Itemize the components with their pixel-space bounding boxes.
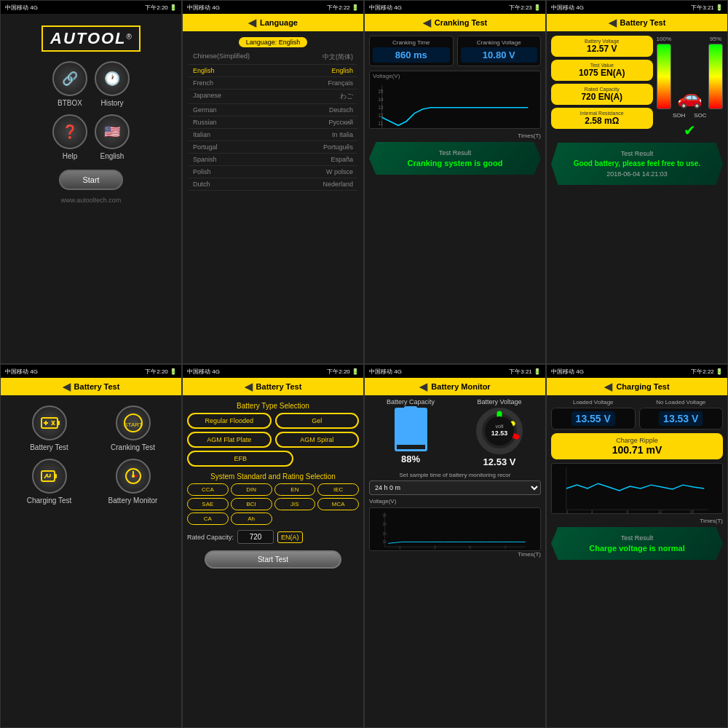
btn-agm-spiral[interactable]: AGM Spiral bbox=[275, 432, 360, 448]
lang-polish[interactable]: PolishW polsce bbox=[189, 166, 357, 178]
charge-result-title: Test Result bbox=[557, 534, 717, 542]
back-arrow-icon[interactable]: ◀ bbox=[609, 17, 617, 28]
battery-type-title: Battery Test bbox=[256, 382, 302, 391]
std-ah[interactable]: Ah bbox=[231, 513, 272, 525]
test-value-box: Test Value 1075 EN(A) bbox=[551, 60, 653, 81]
back-arrow-icon[interactable]: ◀ bbox=[419, 381, 427, 392]
svg-text:15: 15 bbox=[378, 89, 384, 94]
cranking-test-icon: START bbox=[116, 405, 151, 440]
lang-french[interactable]: FrenchFrançais bbox=[189, 77, 357, 90]
main-menu-body: AUTOOL® 🔗 BTBOX 🕐 History ❓ Help 🇺🇸 bbox=[1, 14, 181, 363]
result-text: Cranking system is good bbox=[375, 159, 535, 167]
battery-result-header: ◀ Battery Test bbox=[547, 14, 727, 31]
soc-bar-wrap: 95% bbox=[708, 36, 723, 109]
sample-time-select[interactable]: 24 h 0 m bbox=[369, 480, 541, 495]
start-button[interactable]: Start bbox=[59, 170, 122, 190]
back-arrow-icon[interactable]: ◀ bbox=[248, 17, 256, 28]
svg-text:1: 1 bbox=[399, 546, 401, 550]
chart-x-label: Times(T) bbox=[369, 132, 541, 139]
soh-pct: 100% bbox=[657, 36, 671, 42]
chart-y-label: Voltage(V) bbox=[370, 71, 540, 81]
history-label: History bbox=[100, 99, 123, 107]
lang-english[interactable]: EnglishEnglish bbox=[189, 65, 357, 77]
ir-label: Internal Resistance bbox=[555, 111, 649, 116]
tv-value: 1075 EN(A) bbox=[555, 68, 649, 78]
logo-border: AUTOOL® bbox=[41, 25, 141, 52]
internal-resistance-box: Internal Resistance 2.58 mΩ bbox=[551, 108, 653, 129]
svg-text:5: 5 bbox=[469, 546, 471, 550]
rated-capacity-row: Rated Capacity: EN(A) bbox=[187, 527, 359, 547]
cranking-time-value: 860 ms bbox=[373, 47, 450, 63]
charging-chart: 0 3 9 12 15 bbox=[551, 463, 723, 514]
back-arrow-icon[interactable]: ◀ bbox=[63, 381, 71, 392]
battery-result-hex: Test Result Good battery, please feel fr… bbox=[551, 143, 723, 185]
ir-value: 2.58 mΩ bbox=[555, 116, 649, 126]
loaded-label: Loaded Voltage bbox=[551, 399, 636, 405]
checkmark-icon: ✔ bbox=[684, 122, 696, 139]
std-mca[interactable]: MCA bbox=[317, 498, 359, 510]
menu-history[interactable]: 🕐 History bbox=[95, 61, 130, 107]
lang-russian[interactable]: RussianРусский bbox=[189, 116, 357, 129]
lang-italian[interactable]: ItalianIn Italia bbox=[189, 129, 357, 141]
charging-body: Loaded Voltage 13.55 V No Loaded Voltage… bbox=[547, 395, 727, 727]
crank-values-row: Cranking Time 860 ms Cranking Voltage 10… bbox=[369, 36, 541, 66]
statusbar-5: 中国移动 4G 下午2:20 🔋 bbox=[1, 365, 181, 378]
svg-text:12.53: 12.53 bbox=[491, 430, 507, 437]
language-header: ◀ Language bbox=[183, 14, 363, 31]
cranking-title: Cranking Test bbox=[435, 18, 488, 27]
statusbar-1: 中国移动 4G 下午2:20 🔋 bbox=[1, 1, 181, 14]
soc-label: SOC bbox=[694, 112, 706, 119]
no-load-voltage-col: No Loaded Voltage 13.53 V bbox=[639, 399, 724, 430]
battery-test-label: Battery Test bbox=[30, 443, 68, 451]
svg-text:7: 7 bbox=[505, 546, 507, 550]
menu-cranking-test[interactable]: START Cranking Test bbox=[95, 405, 171, 451]
std-ca[interactable]: CA bbox=[187, 513, 229, 525]
std-sae[interactable]: SAE bbox=[187, 498, 229, 510]
sample-time-label: Set sample time of battery monitoring re… bbox=[369, 472, 541, 478]
menu-help[interactable]: ❓ Help bbox=[52, 114, 87, 160]
menu-charging-test[interactable]: Charging Test bbox=[11, 459, 87, 505]
rated-capacity-input[interactable] bbox=[237, 530, 274, 544]
ripple-box: Charge Ripple 100.71 mV bbox=[551, 433, 723, 459]
std-jis[interactable]: JIS bbox=[274, 498, 316, 510]
menu-battery-monitor[interactable]: Battery Monitor bbox=[95, 459, 171, 505]
svg-text:0: 0 bbox=[566, 510, 569, 513]
screen-battery-test-menu: 中国移动 4G 下午2:20 🔋 ◀ Battery Test bbox=[0, 364, 182, 728]
std-en[interactable]: EN bbox=[274, 483, 316, 496]
lang-chinese[interactable]: Chinese(Simplified)中文(简体) bbox=[189, 50, 357, 65]
btn-efb[interactable]: EFB bbox=[187, 451, 293, 467]
back-arrow-icon[interactable]: ◀ bbox=[423, 17, 431, 28]
back-arrow-icon[interactable]: ◀ bbox=[245, 381, 253, 392]
std-din[interactable]: DIN bbox=[231, 483, 272, 496]
menu-btbox[interactable]: 🔗 BTBOX bbox=[52, 61, 87, 107]
lang-portugal[interactable]: PortugalPortuguês bbox=[189, 141, 357, 154]
battery-type-header: ◀ Battery Test bbox=[183, 378, 363, 395]
std-bci[interactable]: BCI bbox=[231, 498, 272, 510]
screen-battery-type: 中国移动 4G 下午2:20 🔋 ◀ Battery Test Battery … bbox=[182, 364, 364, 728]
btn-agm-flat[interactable]: AGM Flat Plate bbox=[187, 432, 272, 448]
std-cca[interactable]: CCA bbox=[187, 483, 229, 496]
std-iec[interactable]: IEC bbox=[317, 483, 359, 496]
charging-test-label: Charging Test bbox=[27, 496, 72, 505]
logo-area: AUTOOL® bbox=[41, 20, 141, 55]
lang-japanese[interactable]: Japaneseわご bbox=[189, 90, 357, 104]
lang-dutch[interactable]: DutchNederland bbox=[189, 178, 357, 191]
btn-regular-flooded[interactable]: Regular Flooded bbox=[187, 413, 272, 429]
svg-rect-21 bbox=[55, 474, 57, 478]
screen-charging-test: 中国移动 4G 下午2:22 🔋 ◀ Charging Test Loaded … bbox=[546, 364, 728, 728]
logo-text: AUTOOL bbox=[50, 29, 126, 47]
charge-icon-svg bbox=[39, 466, 60, 486]
lang-spanish[interactable]: SpanishEspaña bbox=[189, 154, 357, 166]
battery-metrics: Battery Voltage 12.57 V Test Value 1075 … bbox=[551, 36, 653, 139]
back-arrow-icon[interactable]: ◀ bbox=[604, 381, 612, 392]
soh-bar bbox=[657, 44, 671, 109]
statusbar-3: 中国移动 4G 下午2:23 🔋 bbox=[365, 1, 545, 14]
rated-label: Rated Capacity: bbox=[187, 534, 234, 541]
menu-english[interactable]: 🇺🇸 English bbox=[95, 114, 130, 160]
start-test-button[interactable]: Start Test bbox=[205, 550, 342, 569]
charging-title: Charging Test bbox=[616, 382, 669, 391]
tv-label: Test Value bbox=[555, 63, 649, 68]
menu-battery-test[interactable]: Battery Test bbox=[11, 405, 87, 451]
lang-german[interactable]: GermanDeutsch bbox=[189, 104, 357, 116]
btn-gel[interactable]: Gel bbox=[275, 413, 360, 429]
